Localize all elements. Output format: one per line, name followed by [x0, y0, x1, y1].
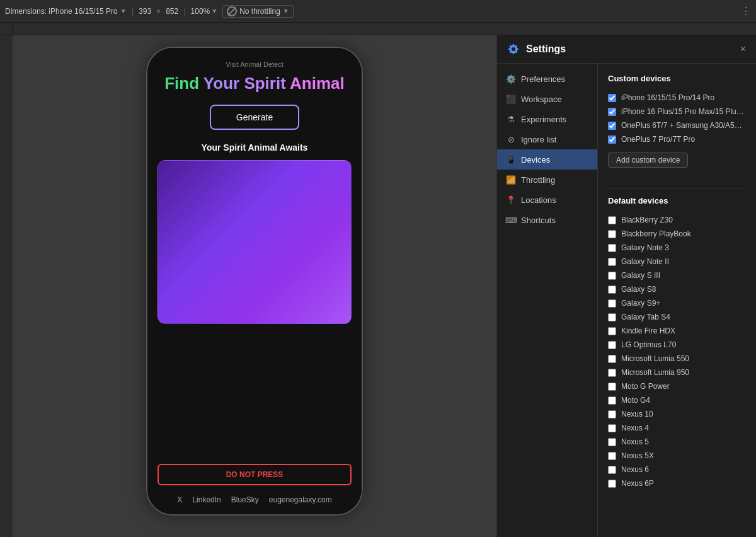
device-selector[interactable]: Dimensions: iPhone 16/15/15 Pro ▼	[5, 7, 127, 16]
settings-close-button[interactable]: ×	[740, 43, 746, 55]
custom-device-label: iPhone 16/15/15 Pro/14 Pro	[621, 93, 714, 102]
default-device-label: Galaxy S III	[621, 271, 660, 280]
sidebar-item-experiments[interactable]: ⚗Experiments	[497, 109, 597, 129]
default-device-label: Nexus 6P	[621, 479, 654, 488]
generate-button[interactable]: Generate	[210, 105, 299, 130]
default-device-checkbox-4[interactable]	[608, 272, 616, 280]
default-device-label: Galaxy S9+	[621, 299, 660, 308]
vertical-ruler	[0, 35, 13, 537]
default-device-checkbox-15[interactable]	[608, 424, 616, 432]
default-device-item: Moto G4	[608, 393, 746, 407]
main-area: Visit Animal Detect Find Your Spirit Ani…	[0, 35, 756, 537]
phone-mockup: Visit Animal Detect Find Your Spirit Ani…	[147, 48, 362, 514]
default-device-checkbox-16[interactable]	[608, 438, 616, 446]
link-website[interactable]: eugenegalaxy.com	[269, 495, 332, 504]
add-custom-device-button[interactable]: Add custom device	[608, 153, 688, 168]
default-device-checkbox-14[interactable]	[608, 410, 616, 419]
default-device-checkbox-19[interactable]	[608, 480, 616, 488]
throttle-selector[interactable]: No throttling ▼	[222, 5, 294, 18]
custom-device-checkbox-3[interactable]	[608, 136, 616, 144]
default-device-item: Blackberry PlayBook	[608, 227, 746, 241]
sidebar-item-label-devices: Devices	[521, 155, 550, 165]
default-device-checkbox-18[interactable]	[608, 466, 616, 474]
do-not-press-button[interactable]: DO NOT PRESS	[158, 464, 352, 485]
title-your: Your	[203, 74, 239, 93]
settings-content: Custom devices iPhone 16/15/15 Pro/14 Pr…	[598, 64, 756, 537]
sidebar-item-ignore-list[interactable]: ⊘Ignore list	[497, 129, 597, 149]
default-device-item: BlackBerry Z30	[608, 213, 746, 227]
default-device-checkbox-9[interactable]	[608, 341, 616, 349]
default-device-item: Nexus 6	[608, 463, 746, 476]
sidebar-item-label-experiments: Experiments	[521, 115, 566, 124]
link-x[interactable]: X	[177, 495, 182, 504]
sidebar-item-locations[interactable]: 📍Locations	[497, 190, 597, 210]
ruler-corner	[0, 23, 13, 35]
sidebar-item-throttling[interactable]: 📶Throttling	[497, 170, 597, 190]
settings-title: Settings	[526, 43, 734, 55]
default-device-checkbox-13[interactable]	[608, 396, 616, 405]
sidebar-item-label-throttling: Throttling	[521, 175, 555, 185]
default-device-label: Galaxy S8	[621, 285, 656, 294]
default-device-label: Blackberry PlayBook	[621, 229, 691, 238]
workspace-icon: ⬛	[506, 94, 516, 104]
sidebar-item-workspace[interactable]: ⬛Workspace	[497, 89, 597, 109]
link-linkedin[interactable]: LinkedIn	[192, 495, 220, 504]
phone-subtitle: Your Spirit Animal Awaits	[202, 142, 308, 153]
sidebar-item-preferences[interactable]: ⚙️Preferences	[497, 69, 597, 89]
experiments-icon: ⚗	[506, 114, 516, 124]
ruler-top	[13, 23, 756, 35]
phone-visit-text: Visit Animal Detect	[226, 61, 284, 68]
default-device-checkbox-1[interactable]	[608, 230, 616, 238]
sidebar-item-label-workspace: Workspace	[521, 95, 562, 104]
devices-icon: 📱	[506, 154, 516, 165]
default-device-item: Nexus 6P	[608, 476, 746, 490]
phone-links: X LinkedIn BlueSky eugenegalaxy.com	[158, 495, 352, 504]
settings-body: ⚙️Preferences⬛Workspace⚗Experiments⊘Igno…	[497, 64, 756, 537]
link-bluesky[interactable]: BlueSky	[231, 495, 259, 504]
custom-device-label: iPhone 16 Plus/15 Pro Max/15 Plus/14 Pro…	[621, 107, 746, 116]
custom-device-item: OnePlus 7 Pro/7T Pro	[608, 132, 746, 146]
default-device-label: Galaxy Note 3	[621, 243, 669, 252]
default-device-checkbox-12[interactable]	[608, 383, 616, 391]
device-label: Dimensions: iPhone 16/15/15 Pro	[5, 7, 118, 16]
phone-screen: Visit Animal Detect Find Your Spirit Ani…	[147, 48, 362, 514]
sidebar-item-shortcuts[interactable]: ⌨Shortcuts	[497, 210, 597, 230]
default-device-label: Nexus 6	[621, 465, 649, 474]
default-device-label: BlackBerry Z30	[621, 216, 673, 224]
default-device-label: Nexus 10	[621, 410, 653, 419]
default-device-label: Nexus 5	[621, 437, 649, 446]
custom-device-checkbox-1[interactable]	[608, 108, 616, 116]
throttle-label: No throttling	[239, 7, 280, 16]
default-device-label: Galaxy Note II	[621, 257, 669, 266]
default-device-item: Galaxy Note 3	[608, 241, 746, 255]
settings-header: Settings ×	[497, 35, 756, 64]
default-device-checkbox-8[interactable]	[608, 327, 616, 335]
viewport-width: 393	[139, 7, 151, 16]
default-device-label: Kindle Fire HDX	[621, 326, 675, 335]
custom-device-item: OnePlus 6T/7 + Samsung A30/A50/A50s	[608, 118, 746, 132]
default-device-checkbox-10[interactable]	[608, 355, 616, 363]
title-find: Find	[164, 74, 199, 93]
custom-device-checkbox-2[interactable]	[608, 122, 616, 130]
viewport-height: 852	[166, 7, 178, 16]
default-device-item: Kindle Fire HDX	[608, 324, 746, 338]
settings-nav: ⚙️Preferences⬛Workspace⚗Experiments⊘Igno…	[497, 64, 598, 537]
custom-device-label: OnePlus 6T/7 + Samsung A30/A50/A50s	[621, 121, 746, 130]
custom-device-checkbox-0[interactable]	[608, 94, 616, 102]
device-chevron-icon: ▼	[120, 8, 127, 14]
default-device-item: Moto G Power	[608, 379, 746, 393]
default-device-checkbox-2[interactable]	[608, 244, 616, 252]
phone-animal-box	[158, 160, 352, 324]
more-options-button[interactable]: ⋮	[741, 5, 751, 17]
zoom-selector[interactable]: 100% ▼	[191, 7, 218, 16]
default-device-checkbox-0[interactable]	[608, 216, 616, 224]
default-device-checkbox-5[interactable]	[608, 286, 616, 294]
default-device-checkbox-6[interactable]	[608, 299, 616, 308]
sidebar-item-devices[interactable]: 📱Devices	[497, 149, 597, 170]
default-device-checkbox-17[interactable]	[608, 452, 616, 460]
default-device-checkbox-7[interactable]	[608, 313, 616, 321]
default-device-checkbox-11[interactable]	[608, 369, 616, 377]
default-device-checkbox-3[interactable]	[608, 258, 616, 266]
default-device-label: Galaxy Tab S4	[621, 313, 670, 321]
default-device-item: Nexus 5	[608, 435, 746, 449]
